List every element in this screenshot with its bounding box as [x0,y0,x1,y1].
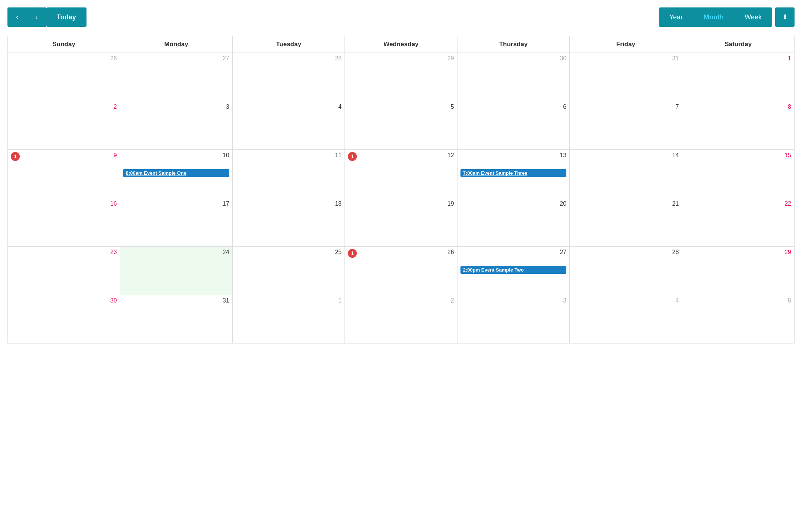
day-number: 1 [236,297,342,304]
day-number: 17 [123,200,229,207]
day-number: 7 [573,104,679,110]
calendar-day-cell[interactable]: 91 [8,150,120,198]
month-view-button[interactable]: Month [693,7,734,27]
calendar-day-cell[interactable]: 21 [570,198,682,247]
day-number: 25 [236,249,342,256]
header-sunday: Sunday [8,36,120,53]
calendar-day-cell[interactable]: 24 [120,247,232,295]
calendar-day-cell[interactable]: 17 [120,198,232,247]
day-number: 2 [11,104,117,110]
day-number: 19 [348,200,454,207]
calendar-day-cell[interactable]: 29 [682,247,794,295]
header-saturday: Saturday [682,36,794,53]
day-headers-row: Sunday Monday Tuesday Wednesday Thursday… [8,36,795,53]
event-count-badge: 1 [11,152,20,161]
next-button[interactable]: › [27,7,46,27]
day-number: 29 [685,249,791,256]
day-number: 3 [460,297,566,304]
header-wednesday: Wednesday [345,36,457,53]
calendar-day-cell[interactable]: 137:00am Event Sample Three [457,150,569,198]
day-number: 9 [11,152,117,159]
calendar-day-cell[interactable]: 15 [682,150,794,198]
calendar-day-cell[interactable]: 25 [232,247,345,295]
calendar-day-cell[interactable]: 1 [682,53,794,101]
download-icon: ⬇ [782,13,788,21]
event-bar[interactable]: 7:00am Event Sample Three [460,169,566,177]
calendar-day-cell[interactable]: 22 [682,198,794,247]
calendar-week-row: 91108:00am Event Sample One11121137:00am… [8,150,795,198]
calendar-day-cell[interactable]: 1 [232,295,345,343]
calendar-day-cell[interactable]: 30 [457,53,569,101]
calendar-day-cell[interactable]: 18 [232,198,345,247]
header-monday: Monday [120,36,232,53]
calendar-table: Sunday Monday Tuesday Wednesday Thursday… [7,36,795,343]
day-number: 31 [573,55,679,62]
event-bar[interactable]: 8:00am Event Sample One [123,169,229,177]
week-view-button[interactable]: Week [734,7,772,27]
day-number: 13 [460,152,566,159]
calendar-day-cell[interactable]: 2 [8,101,120,150]
day-number: 30 [11,297,117,304]
day-number: 22 [685,200,791,207]
calendar-day-cell[interactable]: 20 [457,198,569,247]
calendar-day-cell[interactable]: 27 [120,53,232,101]
day-number: 21 [573,200,679,207]
calendar-day-cell[interactable]: 31 [120,295,232,343]
day-number: 26 [348,249,454,256]
calendar-day-cell[interactable]: 16 [8,198,120,247]
event-bar[interactable]: 2:00pm Event Sample Two [460,266,566,274]
calendar-week-row: 16171819202122 [8,198,795,247]
year-view-button[interactable]: Year [659,7,693,27]
calendar-day-cell[interactable]: 6 [457,101,569,150]
calendar-day-cell[interactable]: 30 [8,295,120,343]
day-number: 23 [11,249,117,256]
day-number: 6 [460,104,566,110]
calendar-day-cell[interactable]: 4 [570,295,682,343]
calendar-day-cell[interactable]: 5 [345,101,457,150]
calendar-day-cell[interactable]: 7 [570,101,682,150]
day-number: 12 [348,152,454,159]
calendar-day-cell[interactable]: 28 [570,247,682,295]
calendar-day-cell[interactable]: 4 [232,101,345,150]
header-friday: Friday [570,36,682,53]
day-number: 24 [123,249,229,256]
calendar-day-cell[interactable]: 8 [682,101,794,150]
toolbar: ‹ › Today Year Month Week ⬇ [7,7,795,27]
calendar-day-cell[interactable]: 261 [345,247,457,295]
day-number: 4 [573,297,679,304]
prev-button[interactable]: ‹ [7,7,27,27]
day-number: 8 [685,104,791,110]
calendar-day-cell[interactable]: 3 [457,295,569,343]
calendar-day-cell[interactable]: 108:00am Event Sample One [120,150,232,198]
day-number: 16 [11,200,117,207]
calendar-week-row: 2627282930311 [8,53,795,101]
today-button[interactable]: Today [46,7,87,27]
event-count-badge: 1 [348,249,357,258]
calendar-day-cell[interactable]: 121 [345,150,457,198]
day-number: 5 [348,104,454,110]
header-thursday: Thursday [457,36,569,53]
calendar-day-cell[interactable]: 272:00pm Event Sample Two [457,247,569,295]
calendar-day-cell[interactable]: 26 [8,53,120,101]
calendar-day-cell[interactable]: 19 [345,198,457,247]
calendar-day-cell[interactable]: 11 [232,150,345,198]
calendar-day-cell[interactable]: 5 [682,295,794,343]
day-number: 26 [11,55,117,62]
day-number: 1 [685,55,791,62]
calendar-day-cell[interactable]: 2 [345,295,457,343]
day-number: 27 [123,55,229,62]
calendar-day-cell[interactable]: 14 [570,150,682,198]
download-button[interactable]: ⬇ [775,7,795,27]
calendar-week-row: 2345678 [8,101,795,150]
calendar-day-cell[interactable]: 23 [8,247,120,295]
toolbar-right: Year Month Week ⬇ [659,7,795,27]
day-number: 28 [236,55,342,62]
calendar-day-cell[interactable]: 28 [232,53,345,101]
day-number: 20 [460,200,566,207]
calendar-day-cell[interactable]: 31 [570,53,682,101]
day-number: 31 [123,297,229,304]
calendar-day-cell[interactable]: 29 [345,53,457,101]
header-tuesday: Tuesday [232,36,345,53]
day-number: 11 [236,152,342,159]
calendar-day-cell[interactable]: 3 [120,101,232,150]
